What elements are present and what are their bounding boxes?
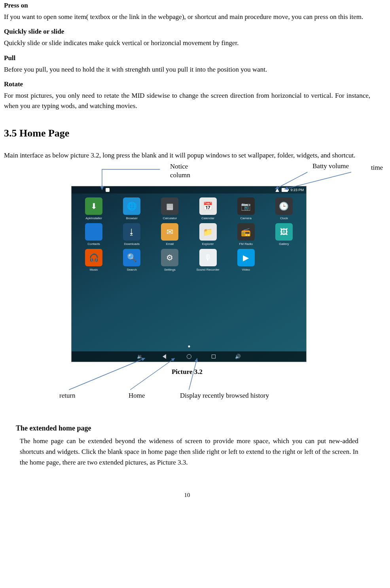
app-settings[interactable]: ⚙Settings: [151, 249, 188, 271]
app-icon: ⚙: [161, 249, 178, 266]
callout-home: Home: [129, 392, 145, 400]
figure-3-2: Notice column Batty volume time 9:23 PM …: [4, 166, 370, 419]
app-icon: 🖼: [275, 223, 293, 241]
app-label: Gallery: [279, 242, 289, 246]
app-label: Search: [127, 268, 137, 271]
app-label: Email: [166, 242, 174, 246]
figure-caption: Picture 3.2: [4, 368, 370, 376]
heading-extended: The extended home page: [16, 424, 370, 432]
volume-up-icon[interactable]: 🔊: [235, 354, 241, 359]
app-icon: 📷: [237, 197, 255, 215]
back-button[interactable]: [162, 354, 167, 359]
heading-press-on: Press on: [4, 2, 370, 9]
app-label: Downloads: [124, 242, 140, 246]
app-icon: 🕒: [275, 197, 293, 215]
app-icon: 👤: [85, 223, 102, 241]
app-label: FM Radio: [239, 242, 253, 246]
app-email[interactable]: ✉Email: [151, 223, 188, 246]
app-icon: ▶: [237, 249, 255, 266]
app-label: Browser: [126, 216, 138, 220]
app-fm-radio[interactable]: 📻FM Radio: [228, 223, 264, 246]
app-label: Video: [242, 268, 250, 271]
callout-time: time: [371, 164, 383, 172]
wifi-icon: [275, 188, 279, 192]
app-label: Settings: [164, 268, 176, 271]
app-explorer[interactable]: 📁Explorer: [189, 223, 226, 246]
nav-bar: 🔉 🔊: [72, 351, 306, 362]
app-browser[interactable]: 🌐Browser: [114, 197, 150, 220]
app-label: Contacts: [87, 242, 100, 246]
recent-button[interactable]: [211, 354, 216, 359]
para-extended: The home page can be extended beyond the…: [20, 436, 358, 468]
callout-recent: Display recently browsed history: [180, 392, 269, 400]
app-icon: ⬇: [85, 197, 102, 215]
app-label: Camera: [240, 216, 252, 220]
tablet-screenshot: 9:23 PM ⬇ApkInstaller🌐Browser▦Calculator…: [71, 186, 307, 362]
page-number: 10: [4, 492, 370, 499]
battery-icon: [282, 188, 288, 192]
app-label: Calendar: [201, 216, 214, 220]
para-press-on: If you want to open some item( textbox o…: [4, 12, 370, 22]
app-label: Clock: [280, 216, 288, 220]
callout-notice: Notice column: [170, 162, 190, 180]
app-icon: 🎙: [199, 249, 217, 266]
callout-battery: Batty volume: [312, 162, 349, 170]
app-icon: ✉: [161, 223, 178, 241]
app-calculator[interactable]: ▦Calculator: [151, 197, 188, 220]
app-label: Calculator: [163, 216, 177, 220]
para-rotate: For most pictures, you only need to reta…: [4, 91, 370, 112]
heading-slide: Quickly slide or slide: [4, 28, 370, 36]
app-calendar[interactable]: 📅Calendar: [189, 197, 226, 220]
app-grid: ⬇ApkInstaller🌐Browser▦Calculator📅Calenda…: [76, 197, 302, 271]
app-music[interactable]: 🎧Music: [76, 249, 112, 271]
app-label: Music: [90, 268, 98, 271]
app-icon: 📁: [199, 223, 217, 241]
volume-down-icon[interactable]: 🔉: [137, 354, 143, 359]
app-search[interactable]: 🔍Search: [114, 249, 150, 271]
status-bar: 9:23 PM: [72, 186, 306, 193]
para-home-intro: Main interface as below picture 3.2, lon…: [4, 150, 370, 161]
home-button[interactable]: [186, 354, 192, 359]
section-title-home: 3.5 Home Page: [4, 127, 370, 139]
app-downloads[interactable]: ⭳Downloads: [114, 223, 150, 246]
callout-return: return: [59, 392, 76, 400]
app-icon: 📅: [199, 197, 217, 215]
page-indicator: [188, 345, 190, 347]
heading-rotate: Rotate: [4, 80, 370, 88]
app-contacts[interactable]: 👤Contacts: [76, 223, 112, 246]
app-video[interactable]: ▶Video: [228, 249, 264, 271]
app-icon: 🌐: [123, 197, 140, 215]
callout-notice-label: Notice column: [170, 163, 190, 179]
app-apkinstaller[interactable]: ⬇ApkInstaller: [76, 197, 112, 220]
app-gallery[interactable]: 🖼Gallery: [266, 223, 302, 246]
app-label: Sound Recorder: [196, 268, 219, 271]
app-label: ApkInstaller: [85, 216, 102, 220]
app-camera[interactable]: 📷Camera: [228, 197, 264, 220]
app-icon: 📻: [237, 223, 255, 241]
app-label: Explorer: [202, 242, 214, 246]
para-pull: Before you pull, you need to hold the it…: [4, 64, 370, 75]
heading-pull: Pull: [4, 54, 370, 62]
app-sound-recorder[interactable]: 🎙Sound Recorder: [189, 249, 226, 271]
para-slide: Quickly slide or slide indicates make qu…: [4, 38, 370, 48]
app-icon: ⭳: [123, 223, 140, 241]
notification-icon: [106, 188, 110, 192]
app-clock[interactable]: 🕒Clock: [266, 197, 302, 220]
app-icon: ▦: [161, 197, 178, 215]
status-time: 9:23 PM: [290, 188, 304, 192]
app-icon: 🔍: [123, 249, 140, 266]
app-icon: 🎧: [85, 249, 102, 266]
